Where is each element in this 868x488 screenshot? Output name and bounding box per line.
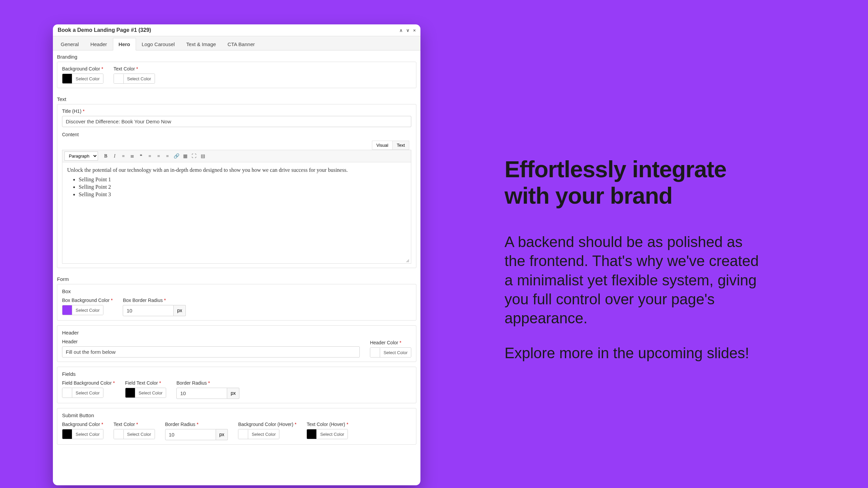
header-color-label: Header Color * xyxy=(370,340,411,345)
marketing-heading: Effortlessly integrate with your brand xyxy=(505,156,766,209)
select-color-button[interactable]: Select Color xyxy=(380,348,411,357)
box-radius-input[interactable] xyxy=(123,305,174,316)
fullscreen-icon[interactable]: ⛶ xyxy=(190,152,198,161)
insert-icon[interactable]: ▦ xyxy=(181,152,190,161)
tab-logo-carousel[interactable]: Logo Carousel xyxy=(136,38,181,50)
list-item: Selling Point 2 xyxy=(79,184,406,190)
form-box-section: Box Box Background Color * Select Color … xyxy=(57,284,416,321)
header-color-picker[interactable]: Select Color xyxy=(370,347,411,358)
select-color-button[interactable]: Select Color xyxy=(248,430,279,439)
submit-bg-color-picker[interactable]: Select Color xyxy=(62,429,103,439)
header-input[interactable] xyxy=(62,346,360,358)
blockquote-icon[interactable]: ❝ xyxy=(137,152,145,161)
section-label-form: Form xyxy=(55,273,418,284)
swatch-white xyxy=(238,429,248,439)
tab-text-image[interactable]: Text & Image xyxy=(180,38,222,50)
wysiwyg-toolbar: Paragraph B I ≡ ≣ ❝ ≡ ≡ ≡ 🔗 ▦ ⛶ ▤ xyxy=(62,150,411,162)
window-title: Book a Demo Landing Page #1 (329) xyxy=(58,27,151,33)
window-header: Book a Demo Landing Page #1 (329) ∧ ∨ × xyxy=(53,24,420,36)
list-item: Selling Point 3 xyxy=(79,191,406,198)
bullet-list-icon[interactable]: ≡ xyxy=(119,152,128,161)
panel-body: Branding Background Color * Select Color… xyxy=(53,50,420,485)
submit-radius-input[interactable] xyxy=(165,429,216,440)
wysiwyg-content[interactable]: Unlock the potential of our technology w… xyxy=(62,162,411,257)
select-color-button[interactable]: Select Color xyxy=(72,430,103,439)
select-color-button[interactable]: Select Color xyxy=(72,388,103,398)
unit-px: px xyxy=(174,305,186,316)
tab-hero[interactable]: Hero xyxy=(113,38,136,50)
field-bg-color-picker[interactable]: Select Color xyxy=(62,388,103,398)
swatch-white xyxy=(114,429,123,439)
collapse-icon[interactable]: ∧ xyxy=(399,28,403,33)
section-label-text: Text xyxy=(55,93,418,104)
select-color-button[interactable]: Select Color xyxy=(135,388,166,398)
sub-label-submit: Submit Button xyxy=(62,412,411,418)
box-radius-label: Box Border Radius * xyxy=(123,298,186,303)
align-right-icon[interactable]: ≡ xyxy=(163,152,172,161)
numbered-list-icon[interactable]: ≣ xyxy=(128,152,137,161)
sub-label-box: Box xyxy=(62,288,411,294)
wysiwyg-editor: Paragraph B I ≡ ≣ ❝ ≡ ≡ ≡ 🔗 ▦ ⛶ ▤ xyxy=(62,150,411,264)
box-bg-label: Box Background Color * xyxy=(62,298,113,303)
header-field-label: Header xyxy=(62,339,360,344)
content-paragraph: Unlock the potential of our technology w… xyxy=(67,167,406,173)
swatch-purple xyxy=(62,305,72,315)
unit-px: px xyxy=(227,388,239,399)
tab-header[interactable]: Header xyxy=(84,38,113,50)
box-bg-color-picker[interactable]: Select Color xyxy=(62,305,103,315)
editor-window: Book a Demo Landing Page #1 (329) ∧ ∨ × … xyxy=(53,24,420,485)
swatch-white xyxy=(114,74,123,83)
more-icon[interactable]: ▤ xyxy=(198,152,207,161)
submit-text-color-picker[interactable]: Select Color xyxy=(114,429,155,439)
submit-bg-hover-color-picker[interactable]: Select Color xyxy=(238,429,279,439)
unit-px: px xyxy=(216,429,228,440)
text-color-picker[interactable]: Select Color xyxy=(114,74,155,84)
branding-box: Background Color * Select Color Text Col… xyxy=(57,62,416,88)
select-color-button[interactable]: Select Color xyxy=(72,74,103,83)
swatch-black xyxy=(307,429,316,439)
section-label-branding: Branding xyxy=(55,50,418,62)
sub-label-fields: Fields xyxy=(62,371,411,377)
form-header-section: Header Header Header Color * Select Colo… xyxy=(57,325,416,362)
list-item: Selling Point 1 xyxy=(79,177,406,183)
align-center-icon[interactable]: ≡ xyxy=(154,152,163,161)
expand-icon[interactable]: ∨ xyxy=(406,28,410,33)
swatch-black xyxy=(62,74,72,83)
select-color-button[interactable]: Select Color xyxy=(123,74,155,83)
swatch-white xyxy=(62,388,72,398)
resize-handle-icon[interactable]: ◢ xyxy=(62,257,411,263)
text-color-label: Text Color * xyxy=(114,66,155,72)
format-select[interactable]: Paragraph xyxy=(64,151,98,161)
align-left-icon[interactable]: ≡ xyxy=(145,152,154,161)
bold-icon[interactable]: B xyxy=(101,152,110,161)
editor-tab-text[interactable]: Text xyxy=(392,141,409,150)
marketing-body-1: A backend should be as polished as the f… xyxy=(505,232,766,328)
sub-label-header: Header xyxy=(62,330,411,336)
submit-text-hover-color-picker[interactable]: Select Color xyxy=(307,429,348,439)
italic-icon[interactable]: I xyxy=(110,152,119,161)
form-fields-section: Fields Field Background Color * Select C… xyxy=(57,367,416,403)
select-color-button[interactable]: Select Color xyxy=(72,306,103,315)
tabs-bar: General Header Hero Logo Carousel Text &… xyxy=(53,36,420,50)
close-icon[interactable]: × xyxy=(413,28,416,33)
tab-cta-banner[interactable]: CTA Banner xyxy=(222,38,261,50)
content-label: Content xyxy=(62,132,411,137)
select-color-button[interactable]: Select Color xyxy=(123,430,155,439)
swatch-black xyxy=(62,429,72,439)
swatch-black xyxy=(125,388,135,398)
field-text-color-picker[interactable]: Select Color xyxy=(125,388,166,398)
title-label: Title (H1) * xyxy=(62,108,411,114)
field-radius-input[interactable] xyxy=(176,388,227,399)
select-color-button[interactable]: Select Color xyxy=(316,430,348,439)
text-section-box: Title (H1) * Content Visual Text Paragra… xyxy=(57,104,416,268)
link-icon[interactable]: 🔗 xyxy=(172,152,181,161)
title-input[interactable] xyxy=(62,116,411,127)
marketing-body-2: Explore more in the upcoming slides! xyxy=(505,344,766,363)
swatch-white xyxy=(370,348,380,357)
form-submit-section: Submit Button Background Color * Select … xyxy=(57,408,416,445)
bg-color-picker[interactable]: Select Color xyxy=(62,74,103,84)
tab-general[interactable]: General xyxy=(55,38,84,50)
editor-tab-visual[interactable]: Visual xyxy=(372,141,392,150)
bg-color-label: Background Color * xyxy=(62,66,103,72)
marketing-copy: Effortlessly integrate with your brand A… xyxy=(420,0,766,378)
